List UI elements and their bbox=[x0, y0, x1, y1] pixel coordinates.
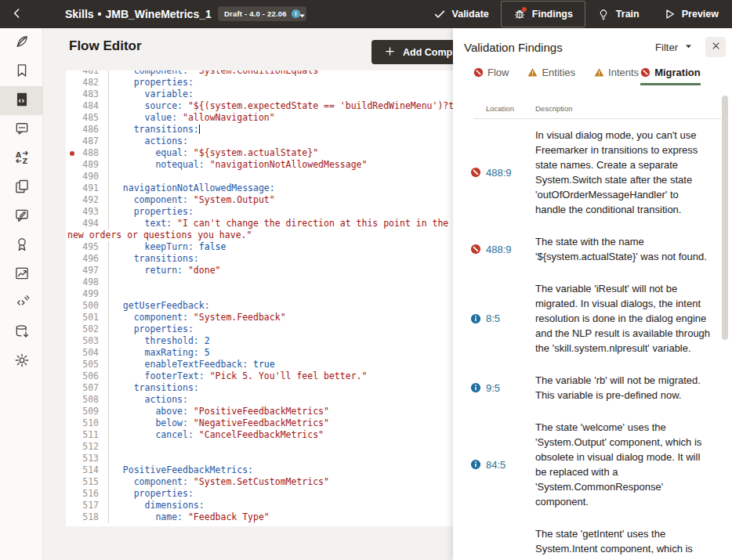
code-line-wrap[interactable]: new orders or questions you have." bbox=[66, 229, 453, 241]
code-text bbox=[109, 288, 112, 300]
code-line[interactable]: 508 actions: bbox=[66, 394, 453, 406]
award-ribbon-icon bbox=[14, 237, 30, 255]
code-text: name: "Feedback Type" bbox=[109, 511, 270, 523]
line-number: 499 bbox=[66, 288, 109, 300]
sidebar-item-copy-pages[interactable] bbox=[0, 173, 43, 202]
finding-row: 488:9The state with the name '${system.a… bbox=[453, 226, 732, 273]
sidebar-item-award-ribbon[interactable] bbox=[0, 231, 43, 260]
code-line[interactable]: 489 notequal: "navigationNotAllowedMessa… bbox=[66, 159, 453, 171]
tab-entities[interactable]: Entities bbox=[527, 67, 575, 85]
code-line[interactable]: 494 text: "I can't change the direction … bbox=[66, 218, 453, 229]
sidebar-item-quill[interactable] bbox=[0, 28, 43, 57]
code-line[interactable]: 500 getUserFeedback: bbox=[66, 300, 453, 312]
code-text: keepTurn: false bbox=[109, 241, 226, 253]
gear-icon bbox=[14, 352, 30, 371]
sidebar-item-entity-card[interactable] bbox=[0, 57, 43, 86]
info-icon bbox=[470, 382, 481, 393]
code-line[interactable]: 509 above: "PositiveFeedbackMetrics" bbox=[66, 406, 453, 417]
code-line[interactable]: 517 dimensions: bbox=[66, 500, 453, 511]
sidebar-item-chat-edit[interactable] bbox=[0, 202, 43, 231]
filter-dropdown[interactable]: Filter bbox=[655, 42, 693, 53]
code-line[interactable]: 514 PositiveFeedbackMetrics: bbox=[66, 464, 453, 476]
back-button[interactable] bbox=[9, 6, 25, 22]
code-line[interactable]: 497 return: "done" bbox=[66, 265, 453, 276]
code-line[interactable]: 502 properties: bbox=[66, 323, 453, 335]
code-line[interactable]: 505 enableTextFeedback: true bbox=[66, 359, 453, 370]
skill-menu-caret-icon[interactable] bbox=[298, 9, 307, 19]
code-line[interactable]: 487 actions: bbox=[66, 135, 453, 147]
code-line[interactable]: 510 below: "NegativeFeedbackMetrics" bbox=[66, 417, 453, 429]
line-number: 503 bbox=[66, 335, 109, 347]
line-number: 485 bbox=[66, 112, 109, 124]
code-line[interactable]: 504 maxRating: 5 bbox=[66, 347, 453, 359]
sidebar-item-database-export[interactable] bbox=[0, 318, 43, 347]
code-text: below: "NegativeFeedbackMetrics" bbox=[109, 417, 329, 429]
sidebar-item-chat-ellipsis[interactable] bbox=[0, 115, 43, 144]
code-line[interactable]: 501 component: "System.Feedback" bbox=[66, 312, 453, 323]
code-line[interactable]: 488 equal: "${system.actualState}" bbox=[66, 147, 453, 159]
line-number: 492 bbox=[66, 194, 109, 206]
code-line[interactable]: 491 navigationNotAllowedMessage: bbox=[66, 182, 453, 194]
topbar-preview-button[interactable]: Preview bbox=[651, 0, 730, 28]
line-number: 497 bbox=[66, 265, 109, 276]
code-line[interactable]: 493 properties: bbox=[66, 206, 453, 218]
code-line[interactable]: 507 transitions: bbox=[66, 382, 453, 394]
filter-label: Filter bbox=[655, 42, 678, 53]
code-text: properties: bbox=[109, 488, 194, 500]
finding-location-link[interactable]: 84:5 bbox=[486, 459, 535, 471]
finding-location-link[interactable]: 8:5 bbox=[486, 313, 535, 324]
panel-header: Validation Findings Filter bbox=[453, 28, 732, 60]
finding-location-link[interactable]: 9:5 bbox=[486, 382, 535, 394]
sidebar-item-translate[interactable]: AZ bbox=[0, 144, 43, 173]
topbar-train-button[interactable]: Train bbox=[585, 0, 651, 28]
topbar-findings-button[interactable]: Findings bbox=[501, 1, 585, 27]
code-line[interactable]: 490 bbox=[66, 171, 453, 182]
topbar-button-label: Validate bbox=[452, 9, 489, 20]
code-line[interactable]: 515 component: "System.SetCustomMetrics" bbox=[66, 476, 453, 488]
finding-location-link[interactable]: 488:9 bbox=[486, 167, 535, 179]
code-line[interactable]: 482 properties: bbox=[66, 77, 453, 89]
tab-migration[interactable]: Migration bbox=[640, 67, 701, 85]
code-line[interactable]: 513 bbox=[66, 453, 453, 464]
code-line[interactable]: 516 properties: bbox=[66, 488, 453, 500]
code-line[interactable]: 484 source: "${(system.expectedState == … bbox=[66, 100, 453, 112]
svg-text:Z: Z bbox=[22, 156, 27, 164]
scrollbar-thumb[interactable] bbox=[722, 96, 728, 340]
code-line[interactable]: 486 transitions: bbox=[66, 124, 453, 135]
line-number: 506 bbox=[66, 370, 109, 382]
code-line[interactable]: 506 footerText: "Pick 5. You'll feel bet… bbox=[66, 370, 453, 382]
line-number: 515 bbox=[66, 476, 109, 488]
caret-down-icon bbox=[684, 42, 693, 53]
code-line[interactable]: 499 bbox=[66, 288, 453, 300]
sidebar-item-gear[interactable] bbox=[0, 347, 43, 376]
code-text: transitions: bbox=[109, 124, 200, 135]
yaml-code-editor[interactable]: 481 component: "System.ConditionEquals"4… bbox=[66, 70, 453, 526]
topbar-validate-button[interactable]: Validate bbox=[422, 0, 501, 28]
code-line[interactable]: 495 keepTurn: false bbox=[66, 241, 453, 253]
code-line[interactable]: 485 value: "allowNavigation" bbox=[66, 112, 453, 124]
code-line[interactable]: 492 component: "System.Output" bbox=[66, 194, 453, 206]
version-badge: Draft - 4.0 - 22.06 i bbox=[218, 6, 306, 21]
line-number: 516 bbox=[66, 488, 109, 500]
tab-label: Entities bbox=[542, 67, 575, 78]
finding-location-link[interactable]: 488:9 bbox=[486, 244, 535, 255]
code-line[interactable]: 483 variable: bbox=[66, 89, 453, 100]
line-number: 504 bbox=[66, 347, 109, 359]
code-line[interactable]: 481 component: "System.ConditionEquals" bbox=[66, 70, 453, 77]
sidebar-item-chart[interactable] bbox=[0, 260, 43, 289]
code-line[interactable]: 496 transitions: bbox=[66, 253, 453, 265]
page-title: Flow Editor bbox=[69, 38, 142, 54]
sidebar-item-code-document[interactable] bbox=[0, 86, 43, 115]
code-text: transitions: bbox=[109, 253, 199, 265]
code-line[interactable]: 518 name: "Feedback Type" bbox=[66, 511, 453, 523]
tab-intents[interactable]: Intents bbox=[594, 67, 639, 85]
code-line[interactable]: 503 threshold: 2 bbox=[66, 335, 453, 347]
close-panel-button[interactable] bbox=[705, 37, 726, 57]
finding-row: 9:5The variable 'rb' will not be migrate… bbox=[453, 364, 732, 411]
sidebar-item-code-signal[interactable] bbox=[0, 289, 43, 318]
code-line[interactable]: 511 cancel: "CancelFeedbackMetrics" bbox=[66, 429, 453, 441]
code-line[interactable]: 498 bbox=[66, 276, 453, 288]
left-sidebar: AZ bbox=[0, 28, 43, 560]
tab-flow[interactable]: Flow bbox=[473, 67, 509, 85]
code-line[interactable]: 512 bbox=[66, 441, 453, 453]
